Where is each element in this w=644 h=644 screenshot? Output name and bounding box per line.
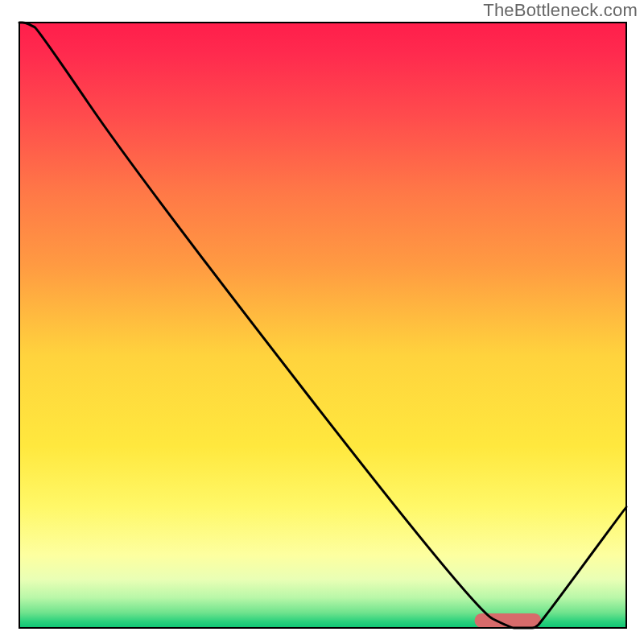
chart-container: TheBottleneck.com	[0, 0, 644, 644]
bottleneck-curve-chart	[0, 0, 644, 644]
watermark-text: TheBottleneck.com	[483, 0, 638, 21]
chart-background	[19, 23, 626, 628]
